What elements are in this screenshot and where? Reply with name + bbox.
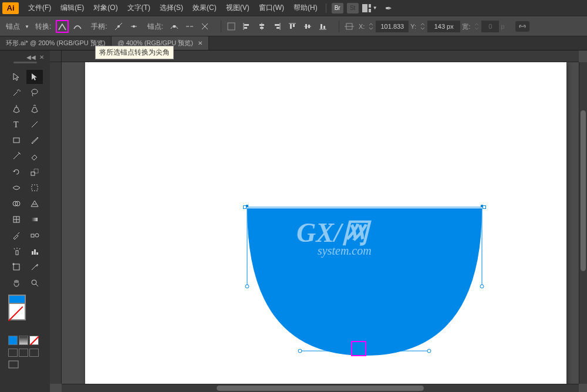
menu-file[interactable]: 文件(F) [23,3,56,13]
curvature-tool[interactable] [26,102,43,116]
svg-rect-24 [308,25,310,28]
feather-icon[interactable]: ✒ [385,4,392,13]
close-icon[interactable]: ✕ [198,40,203,46]
ruler-origin[interactable] [50,50,62,62]
cut-path-button[interactable] [198,20,211,33]
panel-grip[interactable] [0,62,50,67]
line-tool[interactable] [26,117,43,131]
show-handles-button[interactable] [112,20,125,33]
fill-stroke-swatches[interactable] [0,295,50,323]
color-mode-1[interactable] [8,336,18,345]
w-unit: p [501,23,504,30]
y-input[interactable] [427,21,460,32]
menu-edit[interactable]: 编辑(E) [56,3,89,13]
mesh-tool[interactable] [8,212,25,227]
column-graph-tool[interactable] [26,244,43,258]
stock-icon[interactable]: St [347,3,359,13]
direction-handle[interactable] [480,285,484,289]
selection-tool[interactable] [8,70,25,84]
align-bottom-button[interactable] [316,20,329,33]
draw-behind[interactable] [19,349,28,357]
svg-rect-36 [32,185,38,191]
eraser-tool[interactable] [26,149,43,163]
pen-tool[interactable] [8,102,25,116]
panel-collapse-icon[interactable]: ◀◀ [26,54,36,60]
panel-close-icon[interactable]: ✕ [39,54,44,60]
convert-to-corner-button[interactable] [56,20,69,33]
scroll-thumb[interactable] [581,110,586,271]
w-input[interactable] [481,21,499,32]
draw-normal[interactable] [8,349,18,357]
svg-rect-11 [244,24,249,26]
arrange-documents-icon[interactable]: ▼ [362,3,377,13]
align-middle-button[interactable] [301,20,314,33]
free-transform-tool[interactable] [26,181,43,195]
shape-builder-tool[interactable] [8,197,25,211]
ruler-vertical[interactable] [50,50,62,384]
type-tool[interactable]: T [8,117,25,131]
symbol-sprayer-tool[interactable] [8,244,25,258]
menu-effect[interactable]: 效果(C) [188,3,221,13]
artboard-tool[interactable] [8,260,25,274]
zoom-tool[interactable] [26,276,43,290]
perspective-tool[interactable] [26,197,43,211]
shaper-tool[interactable] [8,149,25,163]
direction-handle[interactable] [245,285,249,289]
paintbrush-tool[interactable] [26,133,43,147]
bridge-icon[interactable]: Br [332,3,343,13]
menu-help[interactable]: 帮助(H) [289,3,322,13]
scrollbar-horizontal[interactable] [62,384,579,392]
connect-anchor-button[interactable] [183,20,196,33]
color-mode-3[interactable] [29,336,39,345]
menu-object[interactable]: 对象(O) [89,3,122,13]
svg-rect-43 [31,234,34,237]
remove-anchor-button[interactable] [168,20,181,33]
isolate-button[interactable] [225,20,238,33]
direction-handle[interactable] [427,349,431,353]
tab-label: 环形.ai* @ 200% (RGB/GPU 预览) [6,39,105,48]
color-mode-2[interactable] [19,336,28,345]
menu-window[interactable]: 窗口(W) [254,3,289,13]
link-constrain-icon[interactable] [515,21,529,32]
draw-modes [0,349,50,357]
lasso-tool[interactable] [26,86,43,100]
scale-tool[interactable] [26,165,43,179]
eyedropper-tool[interactable] [8,228,25,242]
convert-to-smooth-button[interactable] [71,20,84,33]
screen-mode[interactable] [0,360,50,370]
scrollbar-vertical[interactable] [579,62,587,384]
magic-wand-tool[interactable] [8,86,25,100]
menu-select[interactable]: 选择(S) [155,3,188,13]
x-label: X: [359,23,365,30]
rectangle-tool[interactable] [8,133,25,147]
x-input[interactable] [376,21,409,32]
hand-tool[interactable] [8,276,25,290]
transform-button[interactable] [343,20,356,33]
align-left-button[interactable] [240,20,253,33]
menu-type[interactable]: 文字(T) [123,3,155,13]
align-top-button[interactable] [286,20,299,33]
svg-rect-46 [32,251,33,255]
scroll-thumb[interactable] [217,386,423,391]
bounding-handle[interactable] [246,205,248,207]
align-center-h-button[interactable] [255,20,268,33]
w-stepper[interactable] [473,20,480,33]
blend-tool[interactable] [26,228,43,242]
dropdown-arrow-icon[interactable]: ▼ [25,24,29,29]
slice-tool[interactable] [26,260,43,274]
tools-grid: T [0,70,50,290]
align-right-button[interactable] [271,20,284,33]
y-stepper[interactable] [419,20,426,33]
menu-view[interactable]: 视图(V) [221,3,254,13]
stroke-swatch[interactable] [8,303,26,320]
direct-selection-tool[interactable] [26,70,43,84]
hide-handles-button[interactable] [127,20,140,33]
direction-handle[interactable] [298,349,302,353]
width-tool[interactable] [8,181,25,195]
canvas-area[interactable]: GX/网 system.com [50,50,587,392]
rotate-tool[interactable] [8,165,25,179]
draw-inside[interactable] [29,349,39,357]
gradient-tool[interactable] [26,212,43,227]
bounding-handle[interactable] [481,205,483,207]
x-stepper[interactable] [367,20,375,33]
